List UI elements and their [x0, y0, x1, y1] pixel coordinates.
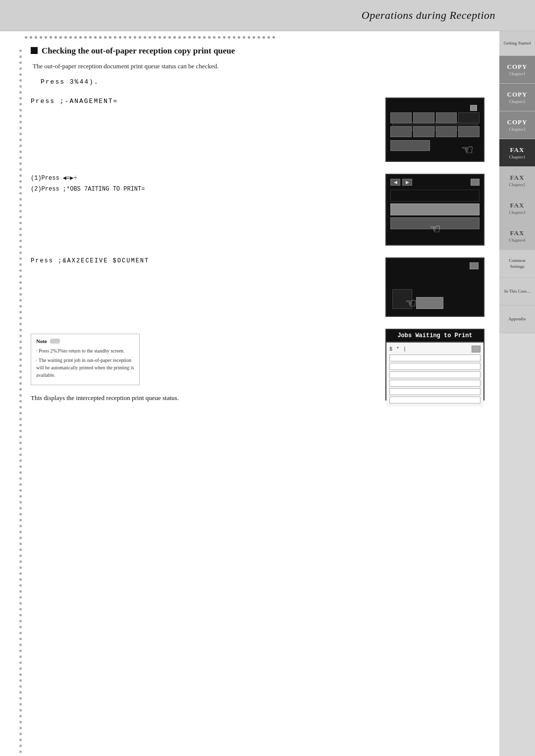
dot: [253, 36, 255, 39]
sidebar-copy-ch3-main: COPY: [507, 118, 528, 126]
dot: [19, 156, 22, 159]
dot: [223, 36, 225, 39]
dot: [69, 36, 72, 39]
screen4-inner: Jobs Waiting to Print $ * |: [385, 329, 484, 401]
dot: [19, 489, 22, 492]
dot: [19, 614, 22, 616]
dot: [19, 501, 22, 504]
sidebar-item-fax-ch2[interactable]: FAX Chapter2: [499, 167, 535, 195]
sidebar-item-appendix[interactable]: Appendix: [499, 305, 535, 333]
dot: [19, 210, 22, 212]
dot: [19, 228, 22, 230]
sidebar-item-fax-ch4[interactable]: FAX Chapter4: [499, 222, 535, 250]
step3b-label: (2)Press ;*OBS 7AITING TO PRINT=: [31, 185, 374, 194]
dot: [19, 269, 22, 272]
sidebar-item-in-this-case[interactable]: In This Case...: [499, 278, 535, 305]
dot: [139, 36, 141, 39]
step4-label: Press ;&AX2ECEIVE $OCUMENT: [31, 257, 374, 264]
main-content: Checking the out-of-paper reception copy…: [0, 31, 499, 756]
sidebar-fax-ch2-main: FAX: [510, 174, 525, 182]
sidebar-item-common-settings[interactable]: Common Settings: [499, 250, 535, 278]
dot: [19, 578, 22, 581]
dot: [19, 733, 22, 735]
dot: [19, 418, 22, 420]
dot: [19, 216, 22, 218]
dot: [272, 36, 275, 39]
step2-text-area: Press ;-ANAGEMENT=: [31, 98, 374, 105]
sidebar-appendix-label: Appendix: [508, 316, 526, 322]
dot: [19, 650, 22, 652]
dot: [19, 400, 22, 403]
dot: [19, 73, 22, 76]
dot: [19, 727, 22, 729]
sidebar-fax-ch3-sub: Chapter3: [509, 210, 526, 215]
dot: [35, 36, 37, 39]
dot: [19, 626, 22, 628]
dot: [19, 406, 22, 408]
dot: [19, 317, 22, 319]
screen4-field-5: [389, 388, 481, 395]
dot: [19, 145, 22, 147]
dot: [19, 537, 22, 539]
dot: [19, 454, 22, 456]
dot: [134, 36, 136, 39]
sidebar-item-copy-ch1[interactable]: COPY Chapter1: [499, 56, 535, 84]
screen-buttons-row2: [390, 126, 480, 137]
dot: [268, 36, 270, 39]
dot: [19, 679, 22, 682]
dot: [19, 275, 22, 278]
dot: [19, 127, 22, 129]
dot: [50, 36, 52, 39]
screen2-nav: ◀ ▶: [390, 179, 480, 186]
dot: [89, 36, 92, 39]
content-with-dots: Checking the out-of-paper reception copy…: [0, 46, 499, 756]
corner-btn-3: [470, 262, 479, 269]
dot: [193, 36, 196, 39]
sidebar-fax-ch4-main: FAX: [510, 229, 525, 237]
screen4-top-row: $ * |: [389, 346, 481, 353]
dot: [228, 36, 230, 39]
sidebar-in-this-case-label: In This Case...: [504, 289, 530, 295]
dot: [168, 36, 171, 39]
dot: [19, 97, 22, 100]
nav-next: ▶: [402, 179, 412, 186]
dot: [19, 549, 22, 551]
dot: [19, 204, 22, 206]
dot: [124, 36, 126, 39]
dot: [19, 644, 22, 646]
sidebar-copy-ch2-sub: Chapter2: [509, 99, 526, 104]
dot: [19, 394, 22, 397]
page-header: Operations during Reception: [0, 0, 535, 31]
btn-bottom: [390, 140, 430, 151]
dot: [19, 91, 22, 94]
dot: [19, 709, 22, 711]
dot: [19, 121, 22, 123]
screen4-field-1: [389, 354, 481, 361]
screen3-corner: [470, 262, 479, 269]
note-text: · Press 2%3%to return to the standby scr…: [36, 347, 134, 379]
sidebar-common-settings-label: Common Settings: [501, 258, 533, 269]
sidebar-item-fax-ch3[interactable]: FAX Chapter3: [499, 195, 535, 222]
sidebar-item-getting-started[interactable]: Getting Started: [499, 31, 535, 56]
dot: [19, 287, 22, 290]
dot: [159, 36, 161, 39]
dot: [208, 36, 211, 39]
btn-dark: [458, 112, 480, 123]
dot: [19, 525, 22, 527]
dot: [45, 36, 47, 39]
screen4-fields: [389, 354, 481, 403]
step1-block: Press 3%44).: [31, 78, 484, 86]
screen2-row-dark: [390, 190, 480, 202]
screen3-content: [392, 289, 443, 309]
dot: [19, 246, 22, 248]
dot: [19, 495, 22, 498]
dot: [19, 192, 22, 195]
sidebar-item-copy-ch2[interactable]: COPY Chapter2: [499, 84, 535, 111]
note-toggle[interactable]: [50, 339, 60, 344]
sidebar-item-copy-ch3[interactable]: COPY Chapter3: [499, 111, 535, 139]
step5-screen: Jobs Waiting to Print $ * |: [385, 329, 484, 401]
dot: [233, 36, 235, 39]
dot: [109, 36, 111, 39]
sidebar-item-fax-ch1[interactable]: FAX Chapter1: [499, 139, 535, 167]
black-square-icon: [31, 47, 38, 54]
